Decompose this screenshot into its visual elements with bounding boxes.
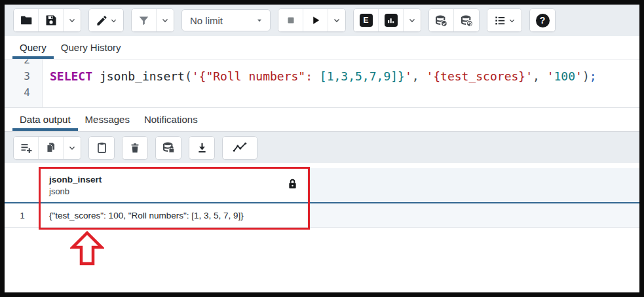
paste-group (88, 136, 115, 160)
transaction-button-group (428, 9, 480, 32)
pencil-icon (96, 14, 108, 27)
add-row-button[interactable] (14, 137, 39, 159)
open-file-button[interactable] (14, 9, 39, 31)
results-toolbar (5, 131, 639, 163)
explain-analyze-icon (385, 14, 398, 27)
editor-code-area[interactable]: SELECT jsonb_insert('{"Roll numbers": [1… (43, 60, 639, 107)
tab-query-label: Query (20, 42, 47, 53)
save-options-chevron[interactable] (64, 9, 81, 31)
rollback-button[interactable] (454, 9, 479, 31)
file-button-group (13, 9, 81, 32)
tab-messages-label: Messages (85, 114, 130, 125)
chevron-down-icon (408, 16, 416, 24)
paste-button[interactable] (89, 137, 114, 159)
row-edit-group (13, 136, 81, 160)
tab-messages[interactable]: Messages (78, 108, 137, 131)
caret-down-icon (256, 16, 263, 24)
download-icon (196, 141, 208, 154)
chevron-down-icon (110, 17, 117, 24)
ordered-list-icon (494, 14, 506, 27)
line-number: 2 (5, 60, 42, 68)
add-row-icon (20, 141, 33, 154)
save-icon (45, 14, 58, 27)
save-data-changes-button[interactable] (156, 137, 181, 159)
execute-button-group (278, 9, 346, 32)
clipboard-icon (96, 141, 108, 154)
query-tab-bar: Query Query History (5, 36, 639, 60)
filter-options-chevron[interactable] (157, 9, 174, 31)
tab-notifications[interactable]: Notifications (137, 108, 205, 131)
help-button[interactable]: ? (530, 9, 555, 31)
copy-icon (45, 141, 57, 154)
grid-header-filler (307, 168, 639, 203)
play-icon (310, 14, 322, 26)
result-value-cell[interactable]: {"test_scores": 100, "Roll numbers": [1,… (41, 203, 307, 228)
delete-group (122, 136, 148, 160)
commit-button[interactable] (429, 9, 454, 31)
chevron-down-icon (68, 16, 76, 24)
filter-icon (138, 14, 150, 27)
folder-icon (20, 14, 33, 27)
copy-button[interactable] (39, 137, 64, 159)
edit-menu-button[interactable] (89, 9, 123, 31)
macro-button[interactable] (487, 9, 521, 31)
tab-query[interactable]: Query (12, 36, 54, 59)
explain-button[interactable]: E (354, 9, 379, 31)
execute-options-chevron[interactable] (328, 9, 345, 31)
tab-query-history[interactable]: Query History (54, 36, 128, 59)
column-header-jsonb-insert[interactable]: jsonb_insert jsonb (41, 168, 307, 203)
chevron-down-icon (508, 17, 516, 24)
filter-button[interactable] (132, 9, 157, 31)
tab-data-output[interactable]: Data output (12, 108, 78, 131)
sql-editor[interactable]: 2 3 4 SELECT jsonb_insert('{"Roll number… (5, 60, 639, 108)
grid-data-row: 1 {"test_scores": 100, "Roll numbers": [… (5, 203, 639, 228)
grid-row-filler (307, 203, 639, 228)
trash-icon (129, 142, 141, 154)
data-output-grid: jsonb_insert jsonb 1 {"test_scores": 100… (5, 163, 639, 292)
chart-group (222, 136, 257, 160)
grid-header-row: jsonb_insert jsonb (5, 168, 639, 203)
chevron-down-icon (161, 16, 169, 24)
row-number-cell[interactable]: 1 (5, 203, 41, 228)
lock-icon (288, 179, 297, 190)
row-limit-value: No limit (190, 15, 223, 26)
download-group (189, 136, 215, 160)
screenshot-frame: No limit E (0, 0, 644, 297)
editor-line-number-gutter: 2 3 4 (5, 60, 43, 107)
stop-button[interactable] (278, 9, 303, 31)
code-line-blank (50, 84, 639, 101)
save-file-button[interactable] (39, 9, 64, 31)
row-limit-select[interactable]: No limit (181, 9, 271, 31)
macro-button-group (487, 9, 522, 32)
database-save-icon (162, 141, 176, 154)
save-data-group (155, 136, 181, 160)
code-line-sql: SELECT jsonb_insert('{"Roll numbers": [1… (50, 68, 639, 84)
explain-options-chevron[interactable] (404, 9, 421, 31)
chevron-down-icon (333, 16, 341, 24)
graph-visualiser-button[interactable] (223, 137, 257, 159)
explain-button-group: E (353, 9, 421, 32)
database-rollback-icon (460, 14, 474, 27)
database-commit-icon (434, 14, 448, 27)
explain-analyze-button[interactable] (379, 9, 404, 31)
main-toolbar: No limit E (5, 5, 639, 36)
line-number: 4 (5, 84, 42, 101)
filter-button-group (131, 9, 174, 32)
grid-corner-cell[interactable] (5, 168, 41, 203)
pgadmin-query-tool: No limit E (5, 5, 639, 292)
download-button[interactable] (189, 137, 214, 159)
line-number: 3 (5, 68, 42, 84)
delete-row-button[interactable] (123, 137, 147, 159)
tab-query-history-label: Query History (61, 42, 121, 53)
output-tab-bar: Data output Messages Notifications (5, 108, 639, 131)
copy-options-chevron[interactable] (64, 137, 81, 159)
help-icon: ? (536, 14, 550, 27)
tab-data-output-label: Data output (20, 114, 71, 125)
code-line-blank (50, 60, 639, 68)
annotation-up-arrow (70, 231, 104, 266)
column-type: jsonb (49, 186, 307, 197)
column-name: jsonb_insert (49, 174, 307, 186)
execute-button[interactable] (303, 9, 328, 31)
stop-icon (285, 14, 297, 26)
chevron-down-icon (68, 144, 76, 152)
